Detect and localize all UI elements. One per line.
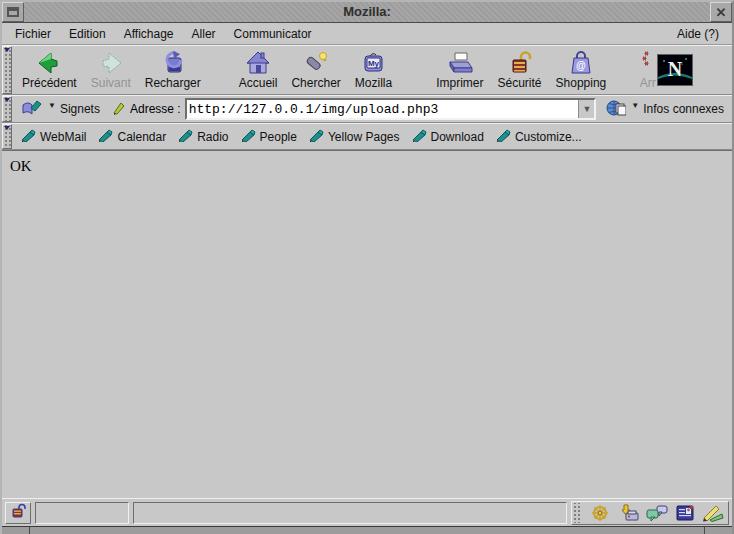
browser-window: Mozilla: ✕ Fichier Edition Affichage All…: [0, 0, 734, 534]
bookmark-ribbon-icon: [21, 129, 36, 145]
menu-edition[interactable]: Edition: [60, 24, 115, 44]
reload-button[interactable]: Recharger: [138, 47, 208, 93]
bookmark-ribbon-icon: [241, 129, 256, 145]
security-button[interactable]: Sécurité: [491, 47, 549, 93]
url-history-dropdown[interactable]: ▼: [578, 100, 594, 118]
window-bottom-frame[interactable]: [2, 526, 732, 534]
open-padlock-icon: [10, 503, 26, 523]
resize-notch: [704, 527, 705, 534]
url-field-frame: ▼: [185, 98, 597, 120]
menu-aide[interactable]: Aide (?): [668, 24, 728, 44]
personal-item-yellow-pages[interactable]: Yellow Pages: [303, 127, 406, 147]
svg-text:N: N: [668, 58, 683, 80]
shopping-button[interactable]: @ Shopping: [549, 47, 614, 93]
window-menu-icon: [7, 7, 19, 17]
print-label: Imprimer: [436, 76, 483, 90]
open-padlock-icon: [507, 49, 533, 76]
printer-icon: [446, 49, 474, 76]
personal-item-label: Calendar: [117, 130, 166, 144]
personal-item-webmail[interactable]: WebMail: [15, 127, 92, 147]
discussions-bubbles-icon[interactable]: [646, 504, 668, 522]
netscape-logo[interactable]: N: [657, 54, 693, 86]
home-icon: [245, 49, 271, 76]
related-info-label: Infos connexes: [643, 102, 724, 116]
home-button[interactable]: Accueil: [232, 47, 285, 93]
personal-item-label: Customize...: [515, 130, 582, 144]
personal-item-label: Yellow Pages: [328, 130, 400, 144]
personal-item-radio[interactable]: Radio: [172, 127, 234, 147]
related-info-button[interactable]: ▼ Infos connexes: [600, 98, 732, 121]
forward-button[interactable]: Suivant: [84, 47, 138, 93]
bookmark-ribbon-icon: [98, 129, 113, 145]
flashlight-search-icon: [303, 49, 329, 76]
bookmark-ribbon-icon: [496, 129, 511, 145]
window-menu-button[interactable]: [2, 2, 24, 22]
stop-button[interactable]: Arr: [631, 47, 657, 93]
menu-fichier[interactable]: Fichier: [6, 24, 60, 44]
component-bar-grip[interactable]: [572, 503, 582, 523]
navigation-toolbar: Précédent Suivant Recharger Accueil: [2, 45, 732, 95]
personal-item-download[interactable]: Download: [406, 127, 490, 147]
component-bar: [571, 501, 729, 525]
search-label: Chercher: [291, 76, 340, 90]
personal-item-customize[interactable]: Customize...: [490, 127, 588, 147]
status-bar: [2, 498, 732, 526]
menu-bar: Fichier Edition Affichage Aller Communic…: [2, 23, 732, 45]
personal-item-people[interactable]: People: [235, 127, 303, 147]
mozilla-label: Mozilla: [355, 76, 392, 90]
svg-text:@: @: [576, 60, 586, 71]
bookmarks-button[interactable]: ▼ Signets: [15, 98, 106, 121]
navigator-wheel-icon[interactable]: [590, 504, 612, 522]
bookmarks-label: Signets: [60, 102, 100, 116]
close-icon: ✕: [716, 5, 727, 20]
toolbar-collapse-grip[interactable]: [2, 46, 12, 94]
progress-panel: [35, 502, 129, 524]
menu-communicator[interactable]: Communicator: [225, 24, 321, 44]
svg-text:My: My: [368, 59, 380, 68]
menu-affichage[interactable]: Affichage: [115, 24, 183, 44]
bookmark-ribbon-icon: [178, 129, 193, 145]
related-pages-globe-icon: [606, 100, 626, 119]
personal-item-label: Radio: [197, 130, 228, 144]
security-status-button[interactable]: [5, 502, 31, 524]
menu-aller[interactable]: Aller: [183, 24, 225, 44]
inbox-download-icon[interactable]: [618, 504, 640, 522]
window-title: Mozilla:: [26, 2, 708, 22]
search-button[interactable]: Chercher: [284, 47, 347, 93]
stop-icon: [641, 49, 655, 76]
close-button[interactable]: ✕: [710, 2, 732, 22]
personal-toolbar-collapse-grip[interactable]: [2, 124, 12, 149]
personal-item-label: Download: [431, 130, 484, 144]
address-book-icon[interactable]: [674, 504, 696, 522]
forward-label: Suivant: [91, 76, 131, 90]
reload-icon: [160, 49, 186, 76]
bookmark-book-icon: [21, 100, 43, 119]
personal-toolbar: WebMail Calendar Radio People Yellow Pag…: [2, 123, 732, 150]
page-content: OK: [2, 150, 732, 498]
back-button[interactable]: Précédent: [15, 47, 84, 93]
security-label: Sécurité: [498, 76, 542, 90]
dropdown-arrow-icon: ▼: [582, 104, 591, 114]
status-message-panel: [133, 502, 567, 524]
shopping-bag-icon: @: [568, 49, 594, 76]
shopping-label: Shopping: [556, 76, 607, 90]
address-label: Adresse :: [130, 102, 181, 116]
print-button[interactable]: Imprimer: [429, 47, 490, 93]
stop-label: Arr: [640, 76, 656, 90]
back-arrow-icon: [36, 49, 62, 76]
bookmark-ribbon-icon: [309, 129, 324, 145]
resize-notch: [29, 527, 30, 534]
chevron-down-icon: ▼: [48, 101, 56, 110]
mozilla-button[interactable]: My Mozilla: [348, 47, 399, 93]
chevron-down-icon: ▼: [631, 101, 639, 110]
bookmark-ribbon-icon: [412, 129, 427, 145]
addressbar-collapse-grip[interactable]: [2, 96, 12, 122]
back-label: Précédent: [22, 76, 77, 90]
my-netscape-tv-icon: My: [360, 49, 386, 76]
home-label: Accueil: [239, 76, 278, 90]
personal-item-label: WebMail: [40, 130, 86, 144]
url-input[interactable]: [187, 100, 579, 118]
reload-label: Recharger: [145, 76, 201, 90]
personal-item-calendar[interactable]: Calendar: [92, 127, 172, 147]
composer-pen-icon[interactable]: [702, 504, 724, 522]
